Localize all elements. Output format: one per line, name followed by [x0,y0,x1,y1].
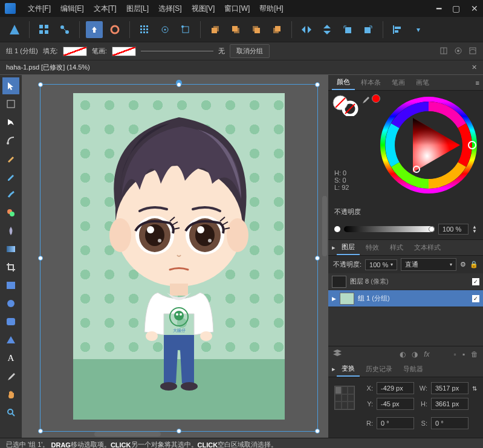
rotate-ccw-icon[interactable] [339,21,356,38]
pencil-tool[interactable] [2,168,19,185]
gear-icon[interactable]: ⚙ [460,261,466,268]
text-tool[interactable]: A [2,349,19,366]
fill-tool[interactable] [2,204,19,221]
expand-icon[interactable]: ▶ [332,296,336,302]
move-backward-icon[interactable] [248,21,265,38]
transform-panel-toggle-icon[interactable]: ▸ [332,365,336,373]
hand-tool[interactable] [2,386,19,403]
eyedropper-tool[interactable] [2,368,19,385]
visibility-checkbox[interactable]: ✓ [472,295,479,302]
chevron-down-icon[interactable]: ▾ [410,21,427,38]
handle-n[interactable] [177,82,181,87]
move-tool[interactable] [2,77,19,94]
rotate-cw-icon[interactable] [360,21,377,38]
reset-box-icon[interactable] [468,47,477,56]
pen-tool[interactable] [2,150,19,167]
maximize-icon[interactable]: ▢ [452,4,460,13]
fx-icon[interactable]: fx [424,350,429,359]
add-pixel-icon[interactable]: ▪ [462,350,465,359]
flip-h-icon[interactable] [298,21,315,38]
opacity-slider[interactable] [344,226,435,232]
upload-icon[interactable] [86,21,103,38]
layers-stack-icon[interactable] [333,349,342,359]
triangle-tool[interactable] [2,331,19,348]
transparency-tool[interactable] [2,222,19,239]
adjustment-icon[interactable]: ◑ [412,350,418,359]
handle-ne[interactable] [315,82,320,87]
selection-bounds[interactable] [40,84,318,432]
anchor-grid[interactable] [334,386,355,410]
menu-text[interactable]: 文本[T] [89,4,122,14]
handle-sw[interactable] [38,429,43,433]
document-tab[interactable]: haha-1.psd [已修改] (14.5%) ✕ [0,60,483,75]
fill-stroke-wells[interactable] [332,94,360,116]
artboard-tool[interactable] [2,96,19,112]
delete-layer-icon[interactable]: 🗑 [471,350,478,359]
snap-icon[interactable] [157,21,173,38]
rectangle-tool[interactable] [2,277,19,294]
opacity-input[interactable]: 100 % [438,224,468,235]
tab-close-icon[interactable]: ✕ [472,63,477,71]
ellipse-tool[interactable] [2,295,19,312]
layer-row[interactable]: ▶ 组 1 (分组) ✓ [328,290,483,307]
last-color-icon[interactable] [372,94,380,103]
corner-tool[interactable] [2,132,19,149]
handle-nw[interactable] [38,82,43,87]
blend-mode-select[interactable]: 直通▾ [401,258,456,271]
handle-se[interactable] [315,429,320,433]
canvas-viewport[interactable]: 大眼仔 [22,75,328,438]
menu-edit[interactable]: 编辑[E] [56,4,89,14]
menu-file[interactable]: 文件[F] [23,4,56,14]
align-left-icon[interactable] [389,21,406,38]
gradient-tool[interactable] [2,241,19,258]
constraint-icon[interactable] [56,21,73,38]
node-tool[interactable] [2,114,19,131]
move-back-icon[interactable] [268,21,285,38]
tab-brush[interactable]: 画笔 [411,76,434,89]
tab-navigator[interactable]: 导航器 [398,362,428,376]
app-icon[interactable] [6,21,23,38]
layer-opacity-input[interactable]: 100 %▾ [365,259,397,270]
x-input[interactable]: -429 px [377,382,414,394]
tab-fx[interactable]: 特效 [361,241,384,255]
w-input[interactable]: 3517 px [431,382,468,394]
palette-icon[interactable] [106,21,123,38]
tab-styles[interactable]: 样式 [385,241,408,255]
layer-panel-toggle-icon[interactable]: ▸ [332,244,336,252]
brush-tool[interactable] [2,186,19,203]
menu-help[interactable]: 帮助[H] [254,4,288,14]
menu-layer[interactable]: 图层[L] [122,4,154,14]
snap-corner-icon[interactable] [177,21,194,38]
tab-stroke[interactable]: 笔画 [387,76,410,89]
handle-w[interactable] [38,256,43,261]
r-input[interactable]: 0 ° [377,417,414,429]
crop-tool[interactable] [2,259,19,276]
tab-swatches[interactable]: 样本条 [356,76,386,89]
handle-e[interactable] [315,256,320,261]
s-input[interactable]: 0 ° [431,417,468,429]
show-rotation-icon[interactable] [454,47,462,56]
tab-history[interactable]: 历史记录 [361,362,397,376]
vertical-scrollbar[interactable] [322,196,327,256]
eyedropper-icon[interactable] [362,96,369,106]
stroke-width-slider[interactable] [141,47,213,56]
tab-transform[interactable]: 变换 [337,362,360,377]
link-wh-icon[interactable]: ⇅ [472,385,477,392]
rounded-rect-tool[interactable] [2,313,19,330]
assets-icon[interactable] [36,21,53,38]
menu-view[interactable]: 视图[V] [187,4,220,14]
color-wheel[interactable] [380,97,477,193]
panel-menu-icon[interactable]: ≡ [476,79,479,86]
handle-s[interactable] [177,429,181,433]
lock-children-icon[interactable] [439,47,448,56]
menu-select[interactable]: 选择[S] [154,4,187,14]
stepper-icon[interactable]: ▲▼ [472,225,477,233]
y-input[interactable]: -45 px [377,398,414,410]
fill-swatch[interactable] [63,47,87,56]
h-input[interactable]: 3661 px [431,398,468,410]
mask-icon[interactable]: ◐ [400,350,406,359]
ungroup-button[interactable]: 取消分组 [230,44,270,58]
minimize-icon[interactable]: ━ [436,4,441,13]
zoom-tool[interactable] [2,404,19,421]
flip-v-icon[interactable] [319,21,336,38]
